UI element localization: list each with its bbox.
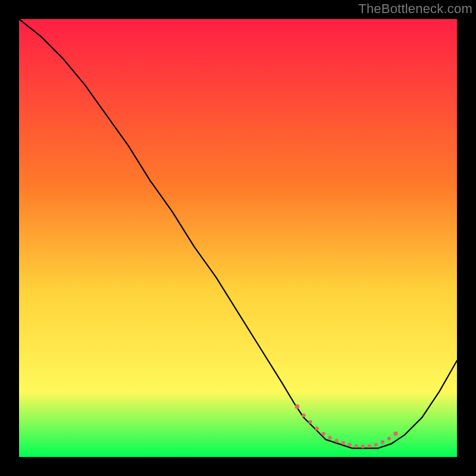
marker-dot (315, 427, 318, 430)
marker-dot (341, 441, 345, 444)
marker-dot (321, 432, 325, 436)
watermark-text: TheBottleneck.com (358, 1, 472, 17)
marker-dot (361, 444, 365, 448)
chart-plot-area (19, 19, 457, 457)
outer-frame: TheBottleneck.com (0, 0, 476, 476)
marker-dot (387, 437, 391, 440)
marker-dot (374, 443, 378, 446)
marker-dot (393, 431, 398, 436)
marker-dot (381, 440, 384, 444)
marker-dot (308, 420, 312, 424)
marker-dot (302, 414, 305, 417)
marker-dot (355, 444, 358, 447)
marker-dot (348, 443, 352, 446)
marker-dot (295, 405, 300, 409)
chart-svg (19, 19, 457, 457)
marker-dot (334, 439, 338, 443)
marker-dot (328, 436, 331, 439)
marker-dot (368, 444, 371, 447)
